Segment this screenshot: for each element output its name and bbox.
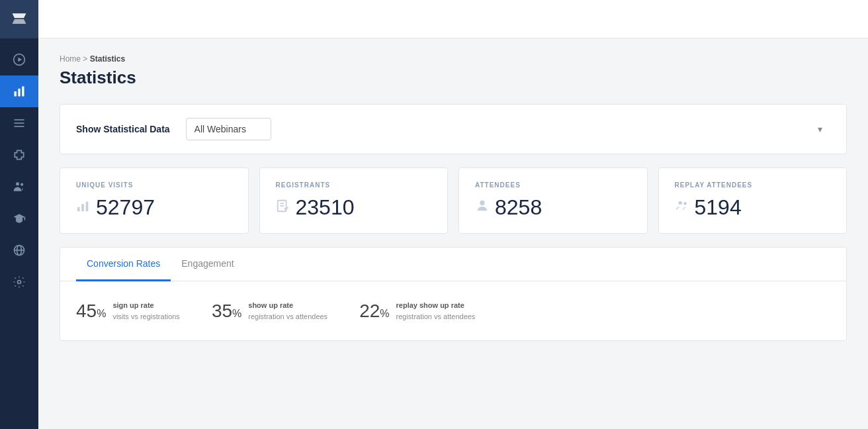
conversion-content: 45% sign up rate visits vs registrations… — [60, 281, 846, 340]
stat-value-unique-visits: 52797 — [96, 195, 155, 220]
stat-label-replay-attendees: Replay Attendees — [675, 181, 831, 189]
breadcrumb: Home > Statistics — [60, 54, 847, 64]
tab-conversion-rates[interactable]: Conversion Rates — [76, 248, 171, 281]
graduation-icon — [13, 212, 26, 225]
sidebar-item-stats[interactable] — [0, 75, 38, 107]
sidebar-item-play[interactable] — [0, 44, 38, 75]
svg-marker-0 — [13, 13, 26, 18]
svg-rect-18 — [77, 207, 80, 211]
rate-desc-show-up: show up rate registration vs attendees — [248, 300, 327, 322]
sidebar-item-integrations[interactable] — [0, 139, 38, 171]
main-content: Home > Statistics Statistics Show Statis… — [38, 0, 868, 429]
filter-card: Show Statistical Data All Webinars — [60, 104, 847, 154]
svg-point-17 — [18, 281, 21, 284]
topbar — [38, 0, 868, 38]
sidebar-item-academy[interactable] — [0, 203, 38, 234]
breadcrumb-current: Statistics — [90, 54, 125, 64]
svg-rect-8 — [15, 122, 24, 124]
puzzle-icon — [13, 148, 26, 162]
stat-icon-registrants — [276, 199, 290, 217]
stat-card-attendees: Attendees 8258 — [458, 167, 648, 234]
rate-percent-replay-show-up: 22% — [359, 301, 389, 322]
play-icon — [13, 53, 26, 66]
svg-point-11 — [21, 183, 23, 186]
stat-card-unique-visits: Unique Visits 52797 — [60, 167, 249, 234]
globe-icon — [13, 244, 26, 257]
stat-icon-unique-visits — [76, 199, 91, 217]
rate-desc-sign-up: sign up rate visits vs registrations — [112, 300, 179, 322]
svg-marker-1 — [13, 19, 26, 24]
rate-percent-sign-up: 45% — [76, 301, 106, 322]
sidebar-logo — [0, 0, 38, 38]
gear-icon — [13, 275, 26, 289]
sidebar — [0, 0, 38, 429]
stat-label-attendees: Attendees — [475, 181, 631, 189]
rate-percent-show-up: 35% — [212, 301, 241, 322]
rate-desc-replay-show-up: replay show up rate registration vs atte… — [396, 300, 476, 322]
stat-value-registrants: 23510 — [296, 195, 355, 220]
stat-label-unique-visits: Unique Visits — [76, 181, 232, 189]
users-icon — [13, 180, 26, 193]
stat-label-registrants: Registrants — [276, 181, 432, 189]
logo-icon — [10, 10, 28, 28]
svg-marker-3 — [18, 58, 22, 62]
filter-label: Show Statistical Data — [76, 124, 170, 134]
stat-value-row-unique-visits: 52797 — [76, 195, 232, 220]
tab-engagement[interactable]: Engagement — [171, 248, 244, 281]
stat-value-replay-attendees: 5194 — [695, 195, 742, 220]
filter-select[interactable]: All Webinars — [186, 118, 271, 140]
stat-card-replay-attendees: Replay Attendees 5194 — [658, 167, 847, 234]
rate-item-replay-show-up: 22% replay show up rate registration vs … — [359, 300, 475, 322]
page-title: Statistics — [60, 68, 847, 88]
content-area: Home > Statistics Statistics Show Statis… — [38, 38, 868, 429]
svg-rect-19 — [81, 204, 84, 211]
svg-rect-4 — [15, 91, 17, 97]
svg-rect-6 — [22, 87, 24, 97]
list-icon — [13, 117, 26, 130]
stat-value-row-replay-attendees: 5194 — [675, 195, 831, 220]
sidebar-item-list[interactable] — [0, 107, 38, 139]
svg-point-10 — [16, 182, 19, 185]
svg-point-25 — [678, 201, 682, 205]
svg-point-24 — [480, 200, 484, 205]
sidebar-item-users[interactable] — [0, 171, 38, 203]
rate-item-sign-up: 45% sign up rate visits vs registrations — [76, 300, 180, 322]
svg-rect-7 — [15, 119, 24, 120]
stat-icon-attendees — [475, 199, 490, 217]
stats-grid: Unique Visits 52797 Registrants — [60, 167, 847, 234]
svg-rect-5 — [18, 89, 20, 97]
conversion-card: Conversion Rates Engagement 45% sign up … — [60, 247, 847, 341]
svg-rect-9 — [15, 126, 24, 127]
sidebar-item-global[interactable] — [0, 234, 38, 266]
breadcrumb-home: Home — [60, 54, 81, 64]
stat-value-row-registrants: 23510 — [276, 195, 432, 220]
stat-icon-replay-attendees — [675, 199, 689, 217]
stat-value-attendees: 8258 — [495, 195, 542, 220]
breadcrumb-separator: > — [83, 54, 87, 64]
svg-point-26 — [683, 202, 687, 205]
stat-value-row-attendees: 8258 — [475, 195, 631, 220]
tabs-row: Conversion Rates Engagement — [60, 248, 846, 281]
rate-item-show-up: 35% show up rate registration vs attende… — [212, 300, 327, 322]
svg-rect-20 — [86, 201, 89, 211]
sidebar-item-settings[interactable] — [0, 266, 38, 298]
bar-chart-icon — [13, 85, 26, 98]
stat-card-registrants: Registrants 23510 — [259, 167, 449, 234]
filter-select-wrapper: All Webinars — [186, 118, 830, 140]
